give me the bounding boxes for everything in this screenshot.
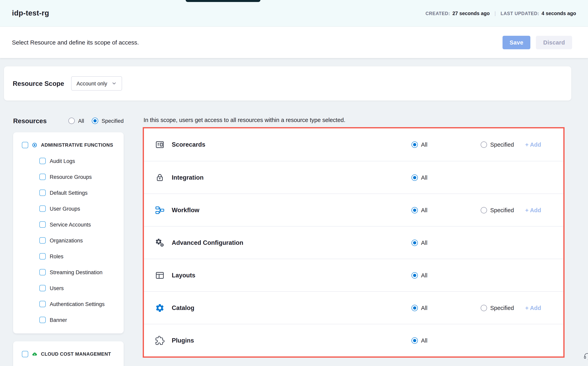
specified-option[interactable]: Specified [481, 141, 525, 148]
resources-radio-group: All Specified [69, 118, 124, 124]
add-button[interactable]: + Add [525, 207, 563, 213]
all-radio[interactable] [411, 337, 418, 343]
resource-item-row[interactable]: Recommendations [13, 362, 124, 366]
resource-type-name: Plugins [172, 337, 194, 344]
resource-item-row[interactable]: Roles [13, 248, 124, 264]
resource-type-row: Layouts All [144, 259, 563, 291]
all-option[interactable]: All [411, 305, 481, 311]
chevron-down-icon [111, 81, 117, 86]
toolbar-buttons: Save Discard [502, 36, 572, 49]
resource-group-card: ADMINISTRATIVE FUNCTIONS Audit Logs Reso… [13, 132, 124, 333]
all-radio[interactable] [411, 239, 418, 246]
resource-checkbox[interactable] [39, 253, 46, 259]
resource-item-row[interactable]: Resource Groups [13, 169, 124, 185]
all-radio[interactable] [411, 272, 418, 278]
resource-checkbox[interactable] [39, 206, 46, 212]
category-label: CLOUD COST MANAGEMENT [41, 351, 111, 357]
resource-category-row[interactable]: ADMINISTRATIVE FUNCTIONS [13, 137, 124, 153]
resource-item-row[interactable]: Organizations [13, 232, 124, 248]
specified-radio-label: Specified [101, 118, 124, 124]
resource-item-label: User Groups [50, 206, 80, 212]
specified-option[interactable]: Specified [481, 305, 525, 311]
resource-type-name: Workflow [172, 206, 199, 214]
specified-option[interactable]: Specified [481, 207, 525, 213]
all-option[interactable]: All [411, 239, 481, 246]
updated-value: 4 seconds ago [542, 11, 576, 16]
save-button[interactable]: Save [502, 36, 530, 49]
category-checkbox[interactable] [22, 351, 28, 357]
all-option[interactable]: All [411, 337, 481, 343]
add-button[interactable]: + Add [525, 305, 563, 311]
resource-checkbox[interactable] [39, 221, 46, 228]
resources-all-option[interactable]: All [69, 118, 84, 124]
resource-item-row[interactable]: User Groups [13, 201, 124, 217]
all-radio[interactable] [411, 174, 418, 181]
resource-item-row[interactable]: Users [13, 280, 124, 296]
resource-item-row[interactable]: Streaming Destination [13, 264, 124, 280]
resources-specified-option[interactable]: Specified [92, 118, 124, 124]
resource-checkbox[interactable] [39, 317, 46, 323]
specified-label: Specified [490, 207, 514, 213]
resource-type-name-cell: Catalog [155, 303, 411, 313]
scorecard-icon [155, 140, 165, 149]
resource-type-name-cell: Layouts [155, 270, 411, 280]
resource-type-name-cell: Integration [155, 173, 411, 182]
resource-category-row[interactable]: CLOUD COST MANAGEMENT [13, 346, 124, 362]
all-radio[interactable] [411, 141, 418, 148]
resource-checkbox[interactable] [39, 174, 46, 180]
specified-radio[interactable] [92, 118, 98, 124]
all-label: All [421, 239, 427, 246]
created-value: 27 seconds ago [452, 11, 490, 16]
all-radio[interactable] [69, 118, 75, 124]
discard-button[interactable]: Discard [536, 36, 572, 49]
all-option[interactable]: All [411, 207, 481, 213]
puzzle-icon [155, 336, 165, 345]
specified-label: Specified [490, 141, 514, 148]
resource-checkbox[interactable] [39, 301, 46, 307]
all-option[interactable]: All [411, 141, 481, 148]
headset-icon[interactable] [583, 352, 588, 360]
resource-type-row: Advanced Configuration All [144, 226, 563, 259]
specified-radio[interactable] [481, 305, 487, 311]
layout-grid-icon [155, 270, 165, 280]
resource-type-name-cell: Scorecards [155, 140, 411, 149]
resource-type-name: Scorecards [172, 141, 205, 148]
resource-item-label: Default Settings [50, 190, 88, 196]
all-label: All [421, 207, 427, 213]
resource-item-row[interactable]: Default Settings [13, 185, 124, 201]
resource-type-name: Catalog [172, 304, 194, 311]
resource-item-row[interactable]: Authentication Settings [13, 296, 124, 312]
resource-item-label: Streaming Destination [50, 269, 103, 275]
gears-icon [155, 238, 165, 247]
resource-item-label: Authentication Settings [50, 301, 105, 307]
category-checkbox[interactable] [22, 142, 28, 148]
all-option[interactable]: All [411, 174, 481, 181]
specified-radio[interactable] [481, 141, 487, 148]
resource-checkbox[interactable] [39, 285, 46, 291]
resource-item-row[interactable]: Audit Logs [13, 153, 124, 169]
resource-checkbox[interactable] [39, 237, 46, 244]
target-icon [32, 142, 37, 148]
resources-title: Resources [13, 117, 47, 125]
resource-checkbox[interactable] [39, 190, 46, 196]
top-notch [186, 0, 260, 2]
resource-group-card: CLOUD COST MANAGEMENT Recommendations [13, 341, 124, 366]
specified-radio[interactable] [481, 207, 487, 213]
add-button[interactable]: + Add [525, 141, 563, 148]
resource-scope-dropdown[interactable]: Account only [71, 76, 122, 91]
resource-item-row[interactable]: Banner [13, 312, 124, 328]
resource-scope-label: Resource Scope [13, 80, 64, 87]
resource-checkbox[interactable] [39, 158, 46, 164]
all-label: All [421, 141, 427, 148]
resource-type-name: Integration [172, 174, 204, 181]
scope-access-panel: In this scope, users get access to all r… [143, 116, 565, 358]
resource-item-label: Roles [50, 253, 63, 259]
all-option[interactable]: All [411, 272, 481, 278]
resource-checkbox[interactable] [39, 269, 46, 275]
resource-item-row[interactable]: Service Accounts [13, 217, 124, 232]
resource-group-page: idp-test-rg CREATED: 27 seconds ago | LA… [0, 0, 588, 366]
page-title: idp-test-rg [12, 9, 49, 17]
all-radio[interactable] [411, 305, 418, 311]
created-label: CREATED: [426, 11, 450, 16]
all-radio[interactable] [411, 207, 418, 213]
